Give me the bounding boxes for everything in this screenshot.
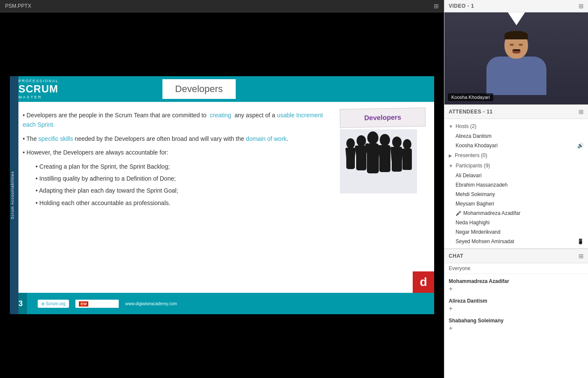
svg-point-8 [367,131,378,144]
chat-expand-3[interactable]: + [449,324,584,332]
speaking-icon: 🔊 [577,143,584,149]
attendee-name: Alireza Dantism [456,133,492,139]
attendee-alireza: Alireza Dantism [444,131,588,141]
hosts-label: Hosts (2) [456,123,477,129]
svg-point-20 [403,139,411,149]
slide-content: Developers [10,102,434,214]
chat-sender-3: Shabahang Soleimany [449,318,584,324]
device-icon: 📱 [577,238,584,244]
attendee-ali: Ali Delavari [444,171,588,180]
presenters-label: Presenters (0) [455,152,487,158]
attendee-negar: Negar Mirderikvand [444,227,588,237]
video-thumbnail: Koosha Khodayari [444,12,588,104]
main-area: PSM.PPTX ⊞ Scrum Accountabilities PROFES… [0,0,444,378]
highlight-domain: domain of work [246,135,287,142]
slide-side-label: Scrum Accountabilities [10,171,15,220]
slide-footer: 03 ⊕ Scrum.org EW EW Academy www.digiwis… [10,293,434,314]
highlight-creating: creating [210,112,231,119]
chat-message-2: Alireza Dantism + [449,298,584,313]
attendee-name: Mehdi Soleimany [456,191,495,197]
presenter-figure [486,31,546,95]
scrum-org-logo: ⊕ Scrum.org [38,300,69,308]
developers-image: Developers [340,108,426,193]
psm-logo: PROFESSIONAL SCRUM MASTER [18,79,59,99]
chat-target: Everyone [444,263,588,274]
attendee-name: Ebrahim Hassanzadeh [456,182,507,188]
chat-expand-2[interactable]: + [449,305,584,313]
presenter-shoulders [486,57,546,95]
attendee-name: Mohammadreza Azadifar [463,210,520,216]
ew-academy-logo: EW EW Academy [75,300,119,308]
attendees-list: ▼ Hosts (2) Alireza Dantism Koosha Khoda… [444,119,588,248]
chat-title: CHAT [449,253,463,259]
slide-title: Developers [162,79,236,99]
attendee-name: Koosha Khodayari [456,143,498,149]
presenter-name-tag: Koosha Khodayari [448,93,493,101]
participants-chevron: ▼ [449,164,453,168]
sub-bullet-4: Holding each other accountable as profes… [36,198,421,208]
highlight-specific-skills: specific skills [39,135,73,142]
attendees-header: ATTENDEES - 11 ⊞ [444,105,588,119]
svg-point-16 [392,137,402,148]
svg-point-12 [380,134,390,146]
chat-message-1: Mohammadreza Azadifar + [449,278,584,293]
chat-section: CHAT ⊞ Everyone Mohammadreza Azadifar + … [444,249,588,378]
attendee-name: Seyed Mohsen Amirsadat [456,238,514,244]
dev-label: Developers [344,111,422,124]
chat-messages: Mohammadreza Azadifar + Alireza Dantism … [444,274,588,378]
highlight-usable: usable Increment each Sprint. [23,112,323,128]
participants-label: Participants (9) [456,163,490,169]
d-logo: d [413,271,434,293]
attendees-expand-icon[interactable]: ⊞ [579,108,584,115]
window-controls[interactable]: ⊞ [434,3,439,9]
attendee-name: Negar Mirderikvand [456,229,501,235]
chat-sender-1: Mohammadreza Azadifar [449,278,584,284]
chat-sender-2: Alireza Dantism [449,298,584,304]
main-header: PSM.PPTX ⊞ [0,0,444,12]
right-sidebar: VIDEO - 1 ⊞ [444,0,588,378]
mic-icon: 🎤 [456,211,462,216]
presenter-head [504,31,528,59]
chat-expand-1[interactable]: + [449,285,584,293]
participants-group-header[interactable]: ▼ Participants (9) [444,161,588,171]
video-section: VIDEO - 1 ⊞ [444,0,588,105]
video-title: VIDEO - 1 [449,3,474,9]
footer-url: www.digiwiseacademy.com [125,301,177,306]
attendees-section: ATTENDEES - 11 ⊞ ▼ Hosts (2) Alireza Dan… [444,105,588,249]
chat-header: CHAT ⊞ [444,249,588,263]
attendee-neda: Neda Haghighi [444,218,588,227]
presenter-hair [504,31,528,39]
attendee-name: Meysam Bagheri [456,201,494,207]
svg-point-4 [357,135,366,146]
attendee-mehdi: Mehdi Soleimany [444,190,588,199]
developers-silhouette [342,131,415,191]
presenters-group-header[interactable]: ▶ Presenters (0) [444,150,588,161]
file-title: PSM.PPTX [5,3,31,9]
chat-message-3: Shabahang Soleimany + [449,318,584,332]
attendee-ebrahim: Ebrahim Hassanzadeh [444,180,588,190]
video-expand-icon[interactable]: ⊞ [579,3,584,9]
footer-logos: ⊕ Scrum.org EW EW Academy www.digiwiseac… [38,300,177,308]
hosts-chevron: ▼ [449,124,453,129]
attendee-name: Neda Haghighi [456,220,489,226]
svg-point-0 [346,138,355,149]
attendee-meysam: Meysam Bagheri [444,199,588,208]
hosts-group-header[interactable]: ▼ Hosts (2) [444,121,588,131]
attendees-title: ATTENDEES - 11 [449,109,493,115]
slide: Scrum Accountabilities PROFESSIONAL SCRU… [10,76,434,314]
attendee-koosha: Koosha Khodayari 🔊 [444,141,588,150]
attendee-seyed: Seyed Mohsen Amirsadat 📱 [444,237,588,246]
presentation-container: Scrum Accountabilities PROFESSIONAL SCRU… [0,12,444,378]
video-header: VIDEO - 1 ⊞ [444,0,588,12]
presenters-chevron: ▶ [449,153,452,158]
attendee-mohammadreza: 🎤 Mohammadreza Azadifar [444,208,588,218]
attendee-name: Ali Delavari [456,173,482,179]
slide-header: PROFESSIONAL SCRUM MASTER Developers [10,76,434,102]
chat-expand-icon[interactable]: ⊞ [579,253,584,259]
